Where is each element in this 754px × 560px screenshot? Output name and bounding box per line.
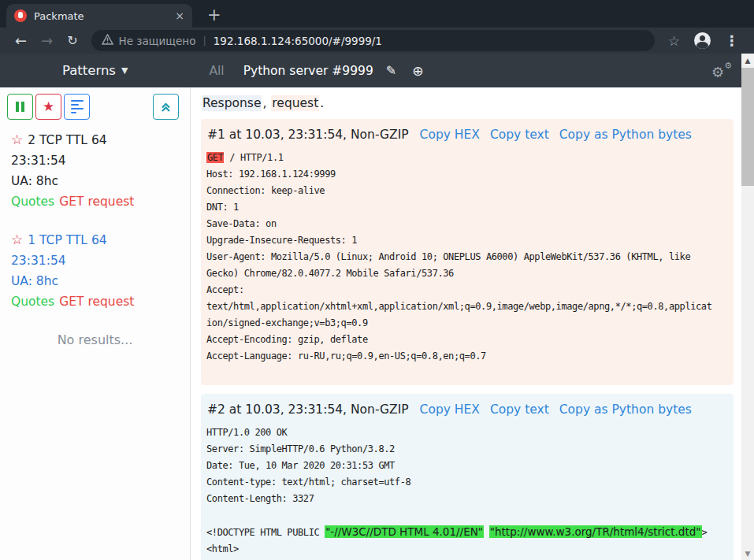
page-scrollbar[interactable]: ▲ ▼: [741, 54, 754, 560]
packet-actions: Copy HEXCopy textCopy as Python bytes: [420, 402, 702, 417]
item-title-line: ☆2 TCP TTL 64: [11, 129, 182, 150]
packmate-favicon-icon: [14, 9, 27, 22]
favorite-star-icon[interactable]: ☆: [11, 132, 23, 147]
sidebar: ★ ☆2 TCP TTL 6423:31:54UA: 8hcQuotesGET …: [0, 87, 191, 560]
item-user-agent: UA: 8hc: [11, 171, 182, 191]
item-title: 2 TCP TTL 64: [28, 133, 106, 147]
payload-line: Gecko) Chrome/82.0.4077.2 Mobile Safari/…: [206, 265, 726, 282]
copy-hex-link[interactable]: Copy HEX: [420, 128, 480, 142]
browser-tab-bar: Packmate × +: [0, 0, 754, 28]
add-pattern-icon[interactable]: ⊕: [412, 63, 423, 79]
packet-card-response: #2 at 10.03, 23:31:54, Non-GZIPCopy HEXC…: [201, 394, 734, 560]
payload-line: Connection: keep-alive: [206, 183, 726, 199]
pause-capture-button[interactable]: [7, 94, 33, 120]
pattern-tag: GET request: [59, 195, 134, 209]
packmate-app: Patterns ▼ AllPython server #9999 ✎ ⊕ ⚙ …: [0, 54, 741, 560]
no-results-label: No results...: [0, 332, 190, 347]
favorites-filter-button[interactable]: ★: [35, 94, 61, 120]
packet-list: #1 at 10.03, 23:31:54, Non-GZIPCopy HEXC…: [201, 119, 734, 560]
payload-line: Upgrade-Insecure-Requests: 1: [206, 232, 726, 249]
copy-as-python-bytes-link[interactable]: Copy as Python bytes: [559, 402, 692, 417]
payload-line: Accept:: [206, 282, 726, 299]
browser-tab[interactable]: Packmate ×: [6, 4, 192, 28]
packet-header: #2 at 10.03, 23:31:54, Non-GZIPCopy HEXC…: [207, 402, 726, 417]
item-time: 23:31:54: [11, 250, 182, 271]
payload-line: GET / HTTP/1.1: [206, 150, 726, 166]
tab-close-icon[interactable]: ×: [175, 10, 184, 21]
address-bar[interactable]: Не защищено | 192.168.1.124:65000/#/9999…: [91, 30, 655, 51]
scroll-down-icon[interactable]: ▼: [741, 547, 754, 560]
forward-icon[interactable]: →: [41, 34, 53, 48]
filter-pattern-label: .: [319, 95, 325, 111]
pattern-match-highlight: GET: [206, 152, 224, 163]
scroll-up-icon[interactable]: ▲: [741, 54, 754, 67]
payload-text: DNT: 1: [206, 202, 239, 213]
pattern-match-highlight: "-//W3C//DTD HTML 4.01//EN": [325, 525, 484, 538]
filter-summary: Response, request.: [202, 96, 734, 110]
browser-menu-icon[interactable]: ⋮: [725, 34, 739, 48]
app-header: Patterns ▼ AllPython server #9999 ✎ ⊕ ⚙ …: [0, 54, 741, 87]
payload-line: Accept-Encoding: gzip, deflate: [206, 332, 726, 348]
back-icon[interactable]: ←: [15, 34, 27, 48]
bookmark-star-icon[interactable]: ☆: [668, 34, 680, 48]
copy-as-python-bytes-link[interactable]: Copy as Python bytes: [559, 128, 692, 142]
text-filter-button[interactable]: [64, 94, 90, 120]
align-left-icon: [71, 100, 84, 114]
payload-line: DNT: 1: [206, 199, 726, 216]
payload-text: Connection: keep-alive: [206, 185, 325, 196]
copy-hex-link[interactable]: Copy HEX: [420, 402, 480, 417]
patterns-dropdown[interactable]: Patterns ▼: [62, 63, 128, 78]
payload-line: ion/signed-exchange;v=b3;q=0.9: [206, 315, 726, 332]
payload-text: Accept-Encoding: gzip, deflate: [206, 334, 368, 345]
payload-text: Accept:: [206, 284, 244, 295]
tab-python-server-9999[interactable]: Python server #9999: [243, 64, 373, 78]
payload-text: Server: SimpleHTTP/0.6 Python/3.8.2: [206, 443, 395, 454]
security-warning-icon[interactable]: [102, 33, 113, 48]
copy-text-link[interactable]: Copy text: [490, 128, 549, 142]
pause-icon: [16, 102, 24, 112]
payload-line: Accept-Language: ru-RU,ru;q=0.9,en-US;q=…: [206, 348, 726, 365]
tab-all[interactable]: All: [209, 64, 224, 78]
sidebar-item-list: ☆2 TCP TTL 6423:31:54UA: 8hcQuotesGET re…: [0, 120, 190, 312]
payload-line: text/html,application/xhtml+xml,applicat…: [206, 299, 726, 315]
chevron-down-icon: ▼: [121, 65, 128, 76]
settings-gears-icon[interactable]: ⚙ ⚙: [711, 62, 732, 80]
payload-line: HTTP/1.0 200 OK: [206, 425, 726, 441]
favorite-star-icon[interactable]: ☆: [11, 232, 23, 247]
copy-text-link[interactable]: Copy text: [490, 402, 549, 417]
refresh-icon[interactable]: ↻: [67, 34, 77, 48]
payload-text: Host: 192.168.1.124:9999: [206, 169, 336, 180]
new-tab-button[interactable]: +: [207, 7, 221, 24]
payload-line: [206, 507, 726, 524]
payload-line: Host: 192.168.1.124:9999: [206, 166, 726, 183]
payload-text: Upgrade-Insecure-Requests: 1: [206, 235, 357, 246]
content-area: ★ ☆2 TCP TTL 6423:31:54UA: 8hcQuotesGET …: [0, 87, 741, 560]
payload-line: Save-Data: on: [206, 216, 726, 232]
payload-text: Content-type: text/html; charset=utf-8: [206, 477, 410, 488]
payload-line: Date: Tue, 10 Mar 2020 20:31:53 GMT: [206, 458, 726, 474]
packet-list-item[interactable]: ☆1 TCP TTL 6423:31:54UA: 8hcQuotesGET re…: [11, 229, 182, 312]
filter-pattern-label: ,: [262, 95, 271, 111]
payload-line: <html>: [206, 541, 726, 558]
pattern-match-highlight: "http://www.w3.org/TR/html4/strict.dtd": [489, 525, 702, 538]
packet-header: #1 at 10.03, 23:31:54, Non-GZIPCopy HEXC…: [207, 128, 726, 142]
packet-view: Response, request. #1 at 10.03, 23:31:54…: [191, 87, 741, 560]
payload-text: Content-Length: 3327: [206, 493, 314, 504]
packet-list-item[interactable]: ☆2 TCP TTL 6423:31:54UA: 8hcQuotesGET re…: [11, 129, 182, 212]
url-text[interactable]: 192.168.1.124:65000/#/9999/1: [214, 35, 382, 47]
collapse-sidebar-button[interactable]: [153, 94, 179, 120]
packet-payload: GET / HTTP/1.1Host: 192.168.1.124:9999Co…: [206, 150, 726, 365]
item-time: 23:31:54: [11, 150, 182, 171]
pattern-tag: Quotes: [11, 295, 54, 309]
payload-line: Content-Length: 3327: [206, 491, 726, 507]
payload-line: Content-type: text/html; charset=utf-8: [206, 474, 726, 491]
item-pattern-tags: QuotesGET request: [11, 191, 182, 212]
pattern-tag: GET request: [59, 295, 134, 309]
profile-avatar[interactable]: [694, 32, 711, 49]
pattern-tag: Quotes: [11, 195, 54, 209]
payload-text: / HTTP/1.1: [224, 152, 283, 163]
edit-pattern-icon[interactable]: ✎: [386, 63, 396, 78]
patterns-label: Patterns: [62, 63, 116, 78]
payload-line: <!DOCTYPE HTML PUBLIC "-//W3C//DTD HTML …: [206, 524, 726, 541]
scrollbar-thumb[interactable]: [741, 68, 754, 186]
